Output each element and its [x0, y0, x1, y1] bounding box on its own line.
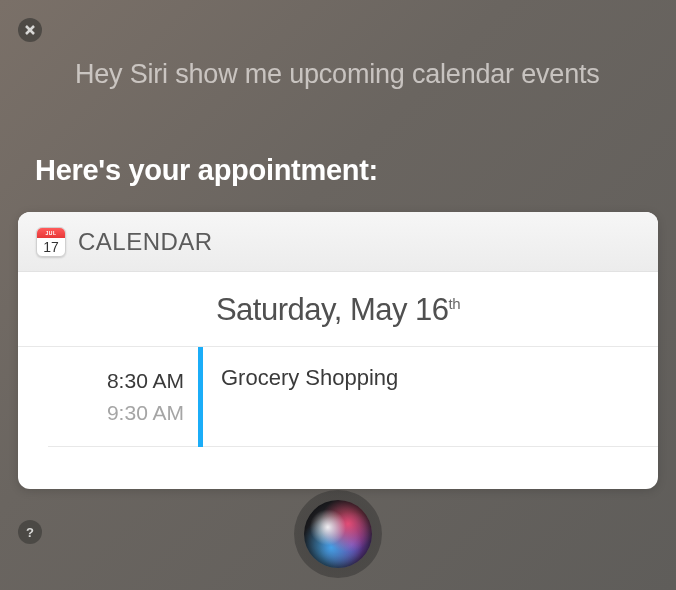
- siri-activate-button[interactable]: [294, 490, 382, 578]
- event-content: Grocery Shopping: [203, 347, 658, 447]
- event-times: 8:30 AM 9:30 AM: [48, 347, 198, 447]
- calendar-icon-month: JUL: [37, 228, 65, 238]
- event-date-suffix: th: [449, 295, 461, 312]
- event-end-time: 9:30 AM: [68, 397, 184, 429]
- event-date-main: Saturday, May 16: [216, 292, 449, 327]
- close-icon: [25, 25, 35, 35]
- close-button[interactable]: [18, 18, 42, 42]
- card-padding: [18, 447, 658, 489]
- event-title: Grocery Shopping: [221, 365, 640, 391]
- calendar-icon-day: 17: [37, 238, 65, 257]
- event-start-time: 8:30 AM: [68, 365, 184, 397]
- help-button[interactable]: ?: [18, 520, 42, 544]
- calendar-result-card[interactable]: JUL 17 CALENDAR Saturday, May 16th 8:30 …: [18, 212, 658, 489]
- calendar-icon: JUL 17: [36, 227, 66, 257]
- event-date: Saturday, May 16th: [216, 292, 460, 327]
- card-app-label: CALENDAR: [78, 228, 213, 256]
- siri-orb-icon: [304, 500, 372, 568]
- siri-response-heading: Here's your appointment:: [35, 154, 378, 187]
- event-date-row: Saturday, May 16th: [18, 272, 658, 347]
- card-header: JUL 17 CALENDAR: [18, 212, 658, 272]
- siri-query-text: Hey Siri show me upcoming calendar event…: [75, 58, 636, 90]
- event-row[interactable]: 8:30 AM 9:30 AM Grocery Shopping: [18, 347, 658, 447]
